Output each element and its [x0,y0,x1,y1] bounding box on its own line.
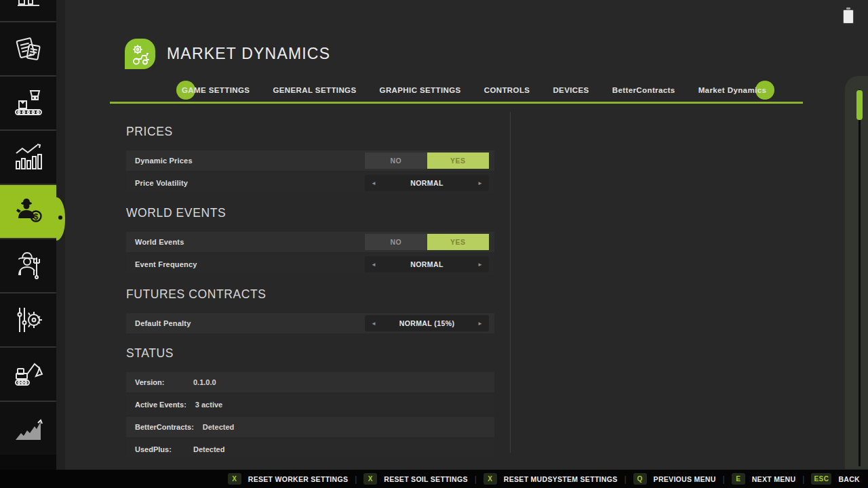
setting-row-dynamic-prices: Dynamic Prices NO YES [126,150,494,171]
toggle-no-button[interactable]: NO [365,234,427,250]
sidebar-item-construction[interactable] [0,346,56,401]
footer-hints-bar: X RESET WORKER SETTINGS | X RESET SOIL S… [0,470,868,488]
content-divider [510,112,511,453]
conveyor-icon [12,87,45,119]
reset-worker-settings-button[interactable]: RESET WORKER SETTINGS [248,475,348,483]
battery-icon [843,9,854,24]
section-title-world-events: WORLD EVENTS [126,206,494,220]
area-chart-icon [12,412,45,445]
svg-text:$: $ [33,212,38,222]
scrollbar-thumb[interactable] [856,90,863,120]
reset-mudsystem-settings-button[interactable]: RESET MUDSYSTEM SETTINGS [504,475,618,483]
setting-row-event-frequency: Event Frequency ◄ NORMAL ► [126,254,494,274]
selector-value: NORMAL [410,260,443,268]
key-x: X [228,473,241,485]
tab-controls[interactable]: CONTROLS [484,86,530,94]
partial-icon [15,0,42,9]
previous-menu-button[interactable]: PREVIOUS MENU [654,475,716,483]
arrow-left-icon[interactable]: ◄ [371,180,376,186]
sidebar-item-production[interactable] [0,75,56,129]
tab-devices[interactable]: DEVICES [553,86,589,94]
sidebar-item-documents[interactable] [0,21,56,75]
setting-row-price-volatility: Price Volatility ◄ NORMAL ► [126,173,494,193]
key-x: X [484,473,497,485]
tab-label: Market Dynamics [698,86,767,94]
default-penalty-selector[interactable]: ◄ NORMAL (15%) ► [365,315,489,331]
active-tab-pointer-dot [58,216,62,220]
toggle-no-button[interactable]: NO [365,152,427,169]
tab-label: GRAPHIC SETTINGS [380,86,461,94]
sidebar-item-finances[interactable] [0,401,56,455]
scrollbar-track[interactable] [859,89,861,466]
arrow-right-icon[interactable]: ► [477,321,483,327]
key-e: E [732,473,745,485]
arrow-right-icon[interactable]: ► [477,262,483,268]
footer-separator: | [624,474,626,484]
setting-label: Event Frequency [135,260,197,268]
status-label: Version: [135,378,184,386]
setting-row-world-events: World Events NO YES [126,232,494,252]
sidebar-item-settings[interactable] [0,292,56,346]
tab-general-settings[interactable]: GENERAL SETTINGS [273,86,356,94]
status-value: Detected [193,445,224,453]
tab-graphic-settings[interactable]: GRAPHIC SETTINGS [380,86,461,94]
sidebar-item-statistics[interactable] [0,129,56,184]
status-row-active-events: Active Events: 3 active [126,394,494,415]
next-menu-button[interactable]: NEXT MENU [752,475,796,483]
toggle-yes-button[interactable]: YES [427,152,490,169]
status-row-version: Version: 0.1.0.0 [126,372,494,392]
footer-separator: | [475,474,477,484]
status-row-bettercontracts: BetterContracts: Detected [126,417,494,437]
tab-label: CONTROLS [484,86,530,94]
arrow-left-icon[interactable]: ◄ [371,321,376,327]
bar-chart-icon [12,141,45,174]
tab-label: GENERAL SETTINGS [273,86,356,94]
section-title-prices: PRICES [126,125,494,138]
dynamic-prices-toggle: NO YES [365,152,489,169]
key-x: X [363,473,377,485]
key-q: Q [633,473,647,485]
arrow-left-icon[interactable]: ◄ [371,262,376,268]
tab-market-dynamics[interactable]: Market Dynamics [698,86,767,94]
sidebar-item-market-dynamics[interactable]: $ [0,184,56,238]
footer-separator: | [355,474,357,484]
market-dynamics-settings-screen: $ [0,0,868,488]
setting-label: World Events [135,238,184,246]
selector-value: NORMAL [410,179,443,187]
status-label: BetterContracts: [135,423,194,431]
world-events-toggle: NO YES [365,234,489,250]
tab-game-settings[interactable]: GAME SETTINGS [182,86,250,94]
section-title-status: STATUS [126,346,494,360]
scrollbar-panel [845,76,868,469]
footer-separator: | [723,474,725,484]
sidebar-item-workers[interactable] [0,238,56,292]
status-value: 3 active [195,401,222,409]
back-button[interactable]: BACK [838,475,860,483]
toggle-yes-button[interactable]: YES [427,234,490,250]
setting-row-default-penalty: Default Penalty ◄ NORMAL (15%) ► [126,313,494,333]
settings-panel: PRICES Dynamic Prices NO YES Price Volat… [126,115,494,458]
farmer-dollar-icon: $ [12,195,45,228]
tab-bar: GAME SETTINGS GENERAL SETTINGS GRAPHIC S… [110,82,803,98]
sidebar: $ [0,0,56,470]
arrow-right-icon[interactable]: ► [477,180,483,186]
reset-soil-settings-button[interactable]: RESET SOIL SETTINGS [384,475,467,483]
status-row-usedplus: UsedPlus: Detected [126,439,494,458]
sidebar-item-top-partial[interactable] [0,0,56,21]
sliders-gear-icon [12,304,45,336]
status-label: UsedPlus: [135,445,184,453]
farmer-pitchfork-icon [12,249,45,282]
status-label: Active Events: [135,401,186,409]
tab-bettercontracts[interactable]: BetterContracts [612,86,675,94]
gear-tractor-icon [129,43,152,66]
papers-icon [12,33,45,65]
tab-underline [110,102,803,104]
status-value: 0.1.0.0 [193,378,216,386]
mod-logo [125,39,155,69]
setting-label: Price Volatility [135,179,188,187]
selector-value: NORMAL (15%) [399,319,455,327]
price-volatility-selector[interactable]: ◄ NORMAL ► [365,175,489,191]
event-frequency-selector[interactable]: ◄ NORMAL ► [365,256,489,272]
footer-separator: | [802,474,804,484]
setting-label: Default Penalty [135,319,191,327]
